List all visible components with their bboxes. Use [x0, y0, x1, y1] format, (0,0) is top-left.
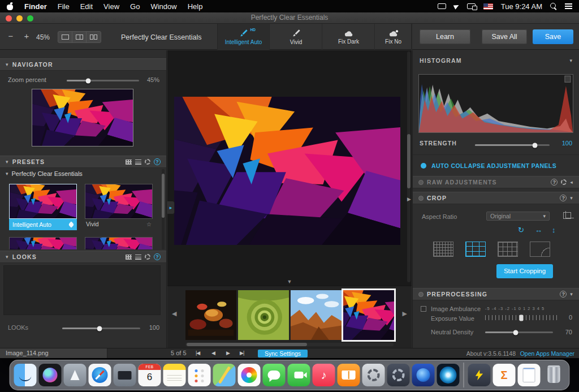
dock-icon-maps[interactable] [213, 364, 236, 386]
input-language-flag-icon[interactable] [483, 3, 493, 10]
filmstrip-thumb-4-selected[interactable] [343, 290, 394, 340]
gear-icon[interactable] [145, 159, 150, 165]
preset-button-vivid[interactable]: Vivid [270, 24, 322, 50]
grid-view-icon[interactable] [126, 255, 132, 260]
preset-button-fix-dark[interactable]: Fix Dark [323, 24, 375, 50]
dock-icon-blue-app[interactable] [412, 364, 435, 386]
menu-help[interactable]: Help [188, 2, 203, 11]
looks-panel-header[interactable]: ▾ LOOKS ? [0, 251, 166, 263]
filmstrip-thumb-2[interactable] [238, 290, 289, 340]
dock-icon-utility[interactable] [387, 364, 410, 386]
preset-group-row[interactable]: ▾ Perfectly Clear Essentials [6, 170, 83, 177]
dock-icon-facetime[interactable] [288, 364, 310, 386]
dock-icon-books[interactable] [338, 364, 360, 386]
dock-icon-perfectly-clear[interactable] [437, 364, 460, 386]
zoom-window-button[interactable] [27, 15, 33, 21]
previous-image-button[interactable]: ◀ [211, 350, 215, 356]
presets-scrollbar[interactable] [162, 169, 165, 249]
filmstrip-collapse-caret[interactable]: ▼ [287, 279, 292, 285]
strength-slider[interactable] [475, 144, 550, 146]
view-single-icon[interactable] [58, 32, 72, 42]
presets-panel-header[interactable]: ▾ PRESETS ? [0, 156, 166, 168]
list-view-icon[interactable] [135, 255, 141, 260]
crop-grid-fine-icon[interactable] [433, 242, 453, 257]
dock-icon-files[interactable] [518, 364, 541, 386]
zoom-in-button[interactable]: + [21, 32, 32, 42]
dock-icon-notes[interactable] [163, 364, 186, 386]
filmstrip-prev-icon[interactable]: ◀ [172, 310, 176, 317]
chevron-down-icon[interactable]: ▾ [570, 195, 573, 201]
filmstrip-next-icon[interactable]: ▶ [403, 310, 407, 317]
spotlight-search-icon[interactable] [550, 3, 557, 10]
next-image-button[interactable]: ▶ [226, 350, 230, 356]
save-button[interactable]: Save [533, 29, 573, 44]
save-all-button[interactable]: Save All [482, 29, 527, 44]
filmstrip-scrollbar[interactable] [185, 343, 394, 346]
preset-thumb-partial[interactable] [85, 237, 153, 249]
location-arrow-icon[interactable] [453, 3, 460, 9]
menu-view[interactable]: View [103, 2, 119, 11]
neutral-density-slider[interactable] [485, 331, 553, 333]
dock-icon-photos[interactable] [238, 364, 261, 386]
chevron-down-icon[interactable]: ▾ [570, 291, 573, 297]
navigator-panel-header[interactable]: ▾ NAVIGATOR [0, 58, 166, 71]
canvas-vertical-scrollbar[interactable] [407, 51, 411, 282]
last-image-button[interactable]: ▶| [240, 350, 244, 356]
displays-icon[interactable] [467, 3, 476, 9]
dock-icon-display[interactable] [114, 364, 136, 386]
rotate-icon[interactable]: ↻ [518, 226, 524, 234]
main-image[interactable] [174, 97, 400, 245]
flip-horizontal-icon[interactable]: ↔ [535, 226, 542, 234]
start-cropping-button[interactable]: Start Cropping [496, 264, 553, 278]
crop-grid-spiral-icon[interactable] [530, 242, 550, 257]
preset-button-intelligent-auto[interactable]: HD Intelligent Auto [218, 24, 270, 50]
crop-grid-quarters-icon[interactable] [498, 242, 518, 257]
dock-icon-downloads[interactable] [468, 364, 491, 386]
preset-group-dropdown[interactable]: Perfectly Clear Essentials [121, 33, 201, 41]
menu-go[interactable]: Go [130, 2, 140, 11]
list-view-icon[interactable] [135, 160, 141, 165]
menubar-app-name[interactable]: Finder [24, 2, 47, 11]
menu-window[interactable]: Window [150, 2, 176, 11]
filmstrip-thumb-3[interactable] [291, 290, 342, 340]
menu-file[interactable]: File [58, 2, 70, 11]
zoom-percent-slider[interactable] [67, 80, 139, 81]
crop-tool-icon[interactable] [563, 212, 571, 219]
help-icon[interactable]: ? [154, 253, 161, 260]
expand-left-panel-tab[interactable]: ▸ [167, 201, 175, 214]
dock-icon-finder[interactable] [14, 364, 37, 386]
help-icon[interactable]: ? [560, 291, 567, 298]
exposure-value-slider[interactable] [485, 315, 558, 320]
chevron-left-icon[interactable]: ◂ [570, 179, 573, 185]
favorite-star-icon[interactable]: ☆ [146, 221, 152, 227]
window-titlebar[interactable]: Perfectly Clear Essentials [0, 12, 579, 24]
image-ambulance-checkbox[interactable] [421, 306, 426, 312]
flip-vertical-icon[interactable]: ↕ [552, 226, 556, 234]
crop-panel-header[interactable]: CROP ? ▾ [413, 192, 579, 204]
histogram-header[interactable]: HISTOGRAM ▾ [413, 57, 579, 64]
dock-icon-launchpad[interactable] [64, 364, 87, 386]
dock-icon-trash[interactable] [543, 364, 565, 386]
help-icon[interactable]: ? [560, 195, 567, 201]
expand-right-panel-arrow[interactable]: ▶ [407, 196, 411, 202]
view-side-by-side-icon[interactable] [87, 32, 101, 42]
help-icon[interactable]: ? [154, 158, 161, 165]
gear-icon[interactable] [145, 254, 150, 260]
close-window-button[interactable] [6, 15, 12, 21]
current-filename[interactable]: Image_114.png [0, 348, 107, 358]
preset-thumb-partial[interactable] [9, 237, 77, 249]
help-icon[interactable]: ? [551, 179, 558, 186]
raw-adjustments-panel-header[interactable]: RAW ADJUSTMENTS ? ◂ [413, 176, 579, 188]
first-image-button[interactable]: |◀ [196, 350, 200, 356]
dock-icon-stats[interactable]: Σ [493, 364, 516, 386]
dock-icon-reminders[interactable] [188, 364, 211, 386]
preset-thumb-vivid[interactable]: Vivid ☆ [85, 184, 153, 229]
open-apps-manager-link[interactable]: Open Apps Manager [520, 350, 574, 357]
dock-icon-calendar[interactable]: FEB 6 [139, 364, 161, 386]
zoom-out-button[interactable]: − [6, 32, 16, 42]
dock-icon-siri[interactable] [39, 364, 62, 386]
gear-icon[interactable] [561, 179, 567, 185]
looks-slider[interactable] [62, 328, 140, 329]
menu-edit[interactable]: Edit [80, 2, 93, 11]
learn-button[interactable]: Learn [420, 29, 470, 44]
